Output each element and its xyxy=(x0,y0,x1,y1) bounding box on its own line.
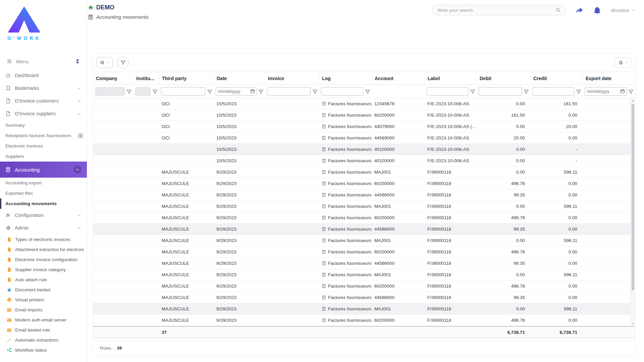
vertical-scrollbar[interactable] xyxy=(630,98,635,326)
table-row[interactable]: MAJUSCULE 9/29/2023 Factures fournisseur… xyxy=(93,178,635,189)
table-row[interactable]: MAJUSCULE 9/29/2023 Factures fournisseur… xyxy=(93,212,635,224)
table-row[interactable]: OCI 10/5/2023 Factures fournisseurs 4456… xyxy=(93,132,635,144)
table-row[interactable]: MAJUSCULE 9/29/2023 Factures fournisseur… xyxy=(93,315,635,326)
grid-settings-button[interactable] xyxy=(614,58,632,68)
table-row[interactable]: MAJUSCULE 9/29/2023 Factures fournisseur… xyxy=(93,269,635,281)
table-row[interactable]: MAJUSCULE 9/29/2023 Factures fournisseur… xyxy=(93,235,635,246)
sidebar-item-automatic-extractions[interactable]: Automatic extractions xyxy=(0,335,87,345)
sidebar-item-configuration[interactable]: Configuration xyxy=(0,209,87,222)
sidebar-item-oinvoice-suppliers[interactable]: O'Invoice suppliers xyxy=(0,107,87,120)
home-icon[interactable] xyxy=(88,5,94,10)
sidebar-item-accounting[interactable]: Accounting xyxy=(0,162,87,178)
table-row[interactable]: MAJUSCULE 9/29/2023 Factures fournisseur… xyxy=(93,167,635,178)
share-icon[interactable] xyxy=(575,6,584,14)
sidebar-item-electronic-invoices[interactable]: Electronic Invoices xyxy=(0,141,87,151)
cell-credit: 0.00 xyxy=(530,315,583,326)
column-header-account[interactable]: Account xyxy=(372,72,425,84)
column-header-date[interactable]: Date xyxy=(214,72,265,84)
column-header-label[interactable]: Label xyxy=(425,72,477,84)
sidebar-item-accounting-export[interactable]: Accounting export xyxy=(0,178,87,188)
sidebar-item-workflow-status[interactable]: Workflow status xyxy=(0,345,87,355)
third-party-filter-menu[interactable] xyxy=(207,89,212,94)
label-filter-menu[interactable] xyxy=(470,89,475,94)
column-header-credit[interactable]: Credit xyxy=(530,72,583,84)
column-header-debit[interactable]: Debit xyxy=(477,72,530,84)
table-row[interactable]: MAJUSCULE 9/29/2023 Factures fournisseur… xyxy=(93,189,635,201)
sidebar-item-bookmarks[interactable]: Bookmarks xyxy=(0,82,87,95)
table-row[interactable]: MAJUSCULE 9/29/2023 Factures fournisseur… xyxy=(93,224,635,235)
sidebar-item-electronic-invoice-configuration[interactable]: Electronic invoice configuration xyxy=(0,254,87,264)
table-row[interactable]: MAJUSCULE 9/29/2023 Factures fournisseur… xyxy=(93,292,635,303)
hamburger-icon[interactable] xyxy=(7,59,12,64)
column-header-third-party[interactable]: Third party xyxy=(159,72,214,84)
scroll-down-icon[interactable] xyxy=(631,321,635,326)
table-row[interactable]: MAJUSCULE 9/29/2023 Factures fournisseur… xyxy=(93,303,635,315)
table-row[interactable]: MAJUSCULE 9/29/2023 Factures fournisseur… xyxy=(93,246,635,258)
sidebar-item-admin[interactable]: Admin xyxy=(0,222,87,234)
sidebar-item-attachment-extraction[interactable]: Attachment extraction for electroni xyxy=(0,244,87,254)
sidebar-item-email-basket-rule[interactable]: Email basket rule xyxy=(0,325,87,335)
cell-label: F/E-2023-10-008-AS xyxy=(425,110,477,121)
sidebar-item-auto-attach-rule[interactable]: Auto attach rule xyxy=(0,275,87,285)
company-filter-menu[interactable] xyxy=(126,89,131,94)
debit-filter-input[interactable] xyxy=(479,87,522,96)
rows-value: 39 xyxy=(117,346,122,351)
invoice-filter-input[interactable] xyxy=(267,87,311,96)
table-row[interactable]: MAJUSCULE 9/29/2023 Factures fournisseur… xyxy=(93,281,635,292)
user-menu[interactable]: dinvoice xyxy=(611,7,635,13)
table-row[interactable]: MAJUSCULE 9/29/2023 Factures fournisseur… xyxy=(93,201,635,212)
table-row[interactable]: OCI 10/5/2023 Factures fournisseurs 4457… xyxy=(93,121,635,132)
table-row[interactable]: 10/5/2023 Factures fournisseurs 40100000… xyxy=(93,144,635,155)
calendar-icon[interactable] xyxy=(250,89,255,94)
log-filter-input[interactable] xyxy=(321,87,363,96)
table-row[interactable]: OCI 10/5/2023 Factures fournisseurs 1234… xyxy=(93,98,635,110)
column-header-institution[interactable]: Institu... xyxy=(133,72,159,84)
calendar-icon[interactable] xyxy=(620,89,625,94)
filter-button[interactable] xyxy=(117,57,129,68)
credit-filter-menu[interactable] xyxy=(576,89,581,94)
log-filter-menu[interactable] xyxy=(365,89,370,94)
cell-account: 60200000 xyxy=(372,315,425,326)
sidebar-item-receptions-factures[interactable]: Réceptions factures fournisseurs 0 xyxy=(0,130,87,141)
column-header-company[interactable]: Company xyxy=(93,72,133,84)
sidebar-item-summary[interactable]: Summary xyxy=(0,120,87,130)
date-filter-menu[interactable] xyxy=(258,89,263,94)
column-header-export-date[interactable]: Export date xyxy=(583,72,635,84)
column-header-invoice[interactable]: Invoice xyxy=(265,72,319,84)
search-input[interactable] xyxy=(437,7,553,13)
search-icon[interactable] xyxy=(555,7,561,13)
sidebar-item-accounting-movements[interactable]: Accounting movements xyxy=(0,198,87,209)
table-row[interactable]: MAJUSCULE 9/29/2023 Factures fournisseur… xyxy=(93,258,635,269)
log-icon xyxy=(322,102,326,106)
scrollbar-thumb[interactable] xyxy=(632,104,634,290)
table-row[interactable]: 10/5/2023 Factures fournisseurs 40100000… xyxy=(93,155,635,167)
dashboard-icon xyxy=(5,73,11,78)
invoice-filter-menu[interactable] xyxy=(312,89,317,94)
credit-filter-input[interactable] xyxy=(532,87,574,96)
calculator-icon xyxy=(88,14,93,20)
export-date-filter-menu[interactable] xyxy=(628,89,633,94)
label-filter-input[interactable] xyxy=(427,87,468,96)
columns-button[interactable] xyxy=(97,57,113,68)
sidebar-item-supplier-invoice-category[interactable]: Supplier invoice category xyxy=(0,264,87,275)
third-party-filter-input[interactable] xyxy=(161,87,205,96)
sidebar-item-oinvoice-customers[interactable]: O'Invoice customers xyxy=(0,95,87,107)
sidebar-item-email-imports[interactable]: Email imports xyxy=(0,305,87,315)
debit-filter-menu[interactable] xyxy=(524,89,528,94)
sidebar-item-suppliers[interactable]: Suppliers xyxy=(0,151,87,162)
column-header-log[interactable]: Log xyxy=(319,72,372,84)
bell-icon[interactable] xyxy=(593,6,601,14)
sidebar-item-virtual-printers[interactable]: Virtual printers xyxy=(0,295,87,305)
institution-filter-menu[interactable] xyxy=(152,89,157,94)
sidebar-item-modern-auth-email-server[interactable]: Modern auth email server xyxy=(0,315,87,325)
sidebar-item-dashboard[interactable]: Dashboard xyxy=(0,69,87,82)
sidebar-item-document-basket[interactable]: Document basket xyxy=(0,285,87,295)
sidebar-item-exported-files[interactable]: Exported files xyxy=(0,188,87,198)
logo[interactable]: O'WORK xyxy=(0,0,87,54)
sidebar-item-types-electronic-invoices[interactable]: Types of electronic invoices xyxy=(0,234,87,244)
scroll-up-icon[interactable] xyxy=(631,98,635,103)
table-row[interactable]: OCI 10/5/2023 Factures fournisseurs 6020… xyxy=(93,110,635,121)
collapse-sidebar-icon[interactable] xyxy=(75,59,80,64)
cell-account: MAJ001 xyxy=(372,269,425,280)
funnel-icon xyxy=(120,60,126,65)
